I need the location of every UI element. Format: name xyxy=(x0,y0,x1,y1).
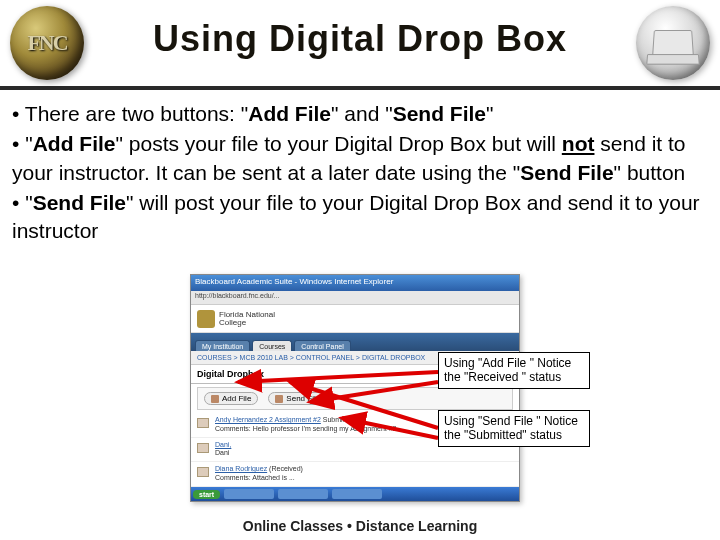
entry-status: Submitted xyxy=(323,416,355,423)
brand-line-2: College xyxy=(219,319,275,327)
bullet-content: • There are two buttons: "Add File" and … xyxy=(12,100,708,248)
taskbar-item[interactable] xyxy=(278,489,328,499)
taskbar-item[interactable] xyxy=(224,489,274,499)
bullet-2-not: not xyxy=(562,132,595,155)
send-file-button[interactable]: Send File xyxy=(268,392,327,405)
bullet-1-bold-add: Add File xyxy=(248,102,331,125)
entry-name[interactable]: Diana Rodriguez xyxy=(215,465,267,472)
bullet-2-bold-send: Send File xyxy=(520,161,613,184)
tab-courses[interactable]: Courses xyxy=(252,340,292,351)
entry-meta: Dani xyxy=(215,449,229,456)
laptop-icon xyxy=(636,6,710,80)
bullet-1-bold-send: Send File xyxy=(393,102,486,125)
dropbox-entry: Diana Rodriguez (Received) Comments: Att… xyxy=(191,462,519,487)
file-icon xyxy=(197,418,209,428)
entry-status: (Received) xyxy=(269,465,303,472)
bullet-3-bold-send: Send File xyxy=(33,191,126,214)
send-file-label: Send File xyxy=(286,394,320,403)
dropbox-button-row: Add File Send File xyxy=(197,387,513,410)
window-titlebar: Blackboard Academic Suite - Windows Inte… xyxy=(191,275,519,291)
start-button[interactable]: start xyxy=(193,490,220,499)
fnc-logo: FNC xyxy=(10,6,84,80)
file-icon xyxy=(197,443,209,453)
file-icon xyxy=(197,467,209,477)
callout-add-file: Using "Add File " Notice the "Received "… xyxy=(438,352,590,389)
tab-my-institution[interactable]: My Institution xyxy=(195,340,250,351)
entry-comment: Comments: Hello professor I'm sending my… xyxy=(215,425,396,432)
tab-control-panel[interactable]: Control Panel xyxy=(294,340,350,351)
footer-text: Online Classes • Distance Learning xyxy=(0,518,720,534)
add-file-button[interactable]: Add File xyxy=(204,392,258,405)
entry-name[interactable]: Dani, xyxy=(215,441,231,448)
fnc-logo-text: FNC xyxy=(27,30,66,56)
fnc-mini-icon xyxy=(197,310,215,328)
send-file-icon xyxy=(275,395,283,403)
entry-comment: Comments: Attached is ... xyxy=(215,474,295,481)
address-bar: http://blackboard.fnc.edu/... xyxy=(191,291,519,305)
header-band: FNC Using Digital Drop Box xyxy=(0,0,720,90)
entry-name[interactable]: Andy Hernandez 2 Assignment #2 xyxy=(215,416,321,423)
brand-row: Florida National College xyxy=(191,305,519,333)
windows-taskbar: start xyxy=(191,487,519,501)
callout-send-file: Using "Send File " Notice the "Submitted… xyxy=(438,410,590,447)
page-title: Using Digital Drop Box xyxy=(120,18,600,60)
add-file-label: Add File xyxy=(222,394,251,403)
taskbar-item[interactable] xyxy=(332,489,382,499)
bullet-1-text: • There are two buttons: " xyxy=(12,102,248,125)
add-file-icon xyxy=(211,395,219,403)
bullet-2-bold-add: Add File xyxy=(33,132,116,155)
tab-row: My Institution Courses Control Panel xyxy=(191,333,519,351)
